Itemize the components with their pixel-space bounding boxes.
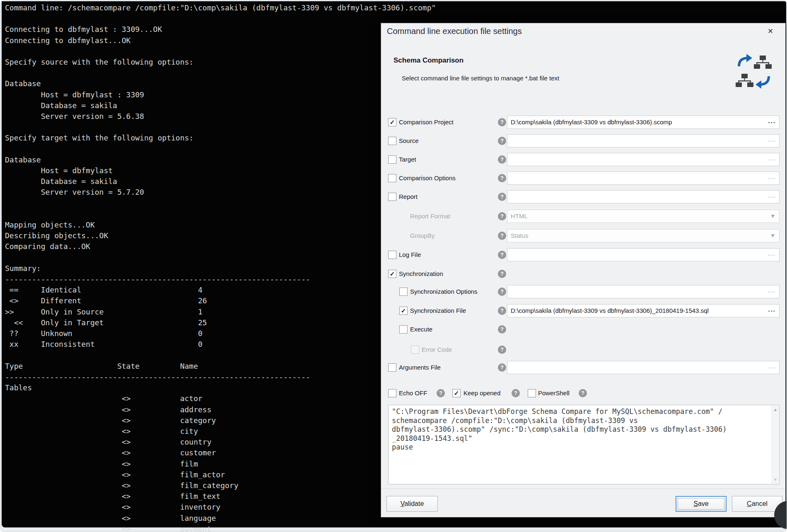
comparison-options-label: Comparison Options <box>399 171 456 185</box>
browse-ellipsis-button[interactable] <box>768 303 776 316</box>
help-icon[interactable]: ? <box>498 193 506 201</box>
report-checkbox[interactable] <box>388 193 396 201</box>
row-execute: Execute ? <box>381 322 785 336</box>
dialog-subtitle: Select command line file settings to man… <box>402 75 559 82</box>
scroll-up-icon[interactable] <box>772 406 779 413</box>
save-button[interactable]: Save <box>676 496 727 512</box>
validate-button[interactable]: Validate <box>386 496 438 512</box>
source-label: Source <box>399 134 419 148</box>
row-comparison-options: Comparison Options ? <box>381 171 785 185</box>
screenshot-frame: Command line: /schemacompare /compfile:"… <box>0 0 787 532</box>
help-icon[interactable]: ? <box>579 389 587 397</box>
execute-checkbox[interactable] <box>399 325 408 334</box>
help-icon[interactable]: ? <box>498 346 506 354</box>
log-file-input[interactable] <box>507 248 780 261</box>
row-synchronization: ✓ Synchronization ? <box>381 267 785 281</box>
help-icon[interactable]: ? <box>498 118 506 126</box>
source-input[interactable] <box>507 134 780 148</box>
keep-opened-checkbox[interactable]: ✓ <box>452 389 461 397</box>
comparison-options-input[interactable] <box>507 172 780 185</box>
log-file-label: Log File <box>399 248 421 262</box>
log-file-checkbox[interactable] <box>388 251 396 259</box>
groupby-value: Status <box>511 230 529 242</box>
synchronization-checkbox[interactable]: ✓ <box>388 270 396 278</box>
error-code-checkbox <box>411 346 419 354</box>
powershell-checkbox[interactable] <box>528 389 536 397</box>
dialog-title: Command line execution file settings <box>387 27 522 36</box>
bat-file-text: "C:\Program Files\Devart\dbForge Schema … <box>389 405 779 454</box>
groupby-label: GroupBy <box>410 229 435 243</box>
keep-opened-label: Keep opened <box>464 386 500 400</box>
report-label: Report <box>399 190 418 204</box>
target-input[interactable] <box>507 153 780 166</box>
help-icon[interactable]: ? <box>498 137 506 145</box>
help-icon[interactable]: ? <box>512 389 520 397</box>
arguments-file-input[interactable] <box>507 361 780 374</box>
chevron-down-icon <box>770 210 775 222</box>
row-error-code: Error Code ? <box>381 343 785 357</box>
synchronization-options-checkbox[interactable] <box>399 288 408 296</box>
target-label: Target <box>399 152 416 167</box>
help-icon[interactable]: ? <box>498 363 506 372</box>
bat-file-text-area[interactable]: "C:\Program Files\Devart\dbForge Schema … <box>388 405 780 484</box>
synchronization-file-checkbox[interactable]: ✓ <box>399 307 408 315</box>
source-checkbox[interactable] <box>388 137 396 145</box>
schema-compare-icon <box>734 52 774 92</box>
synchronization-label: Synchronization <box>399 267 443 281</box>
close-icon[interactable] <box>765 26 776 37</box>
browse-ellipsis-button <box>768 133 776 146</box>
browse-ellipsis-button <box>768 152 776 164</box>
help-icon[interactable]: ? <box>437 389 445 397</box>
synchronization-file-input[interactable]: D:\comp\sakila (dbfmylast-3309 vs dbfmyl… <box>507 304 780 317</box>
help-icon[interactable]: ? <box>498 212 506 220</box>
footer-divider <box>381 488 785 489</box>
comparison-project-input[interactable]: D:\comp\sakila (dbfmylast-3309 vs dbfmyl… <box>507 116 780 129</box>
report-format-dropdown: HTML <box>507 210 780 223</box>
help-icon[interactable]: ? <box>498 325 506 334</box>
help-icon[interactable]: ? <box>498 270 506 278</box>
error-code-label: Error Code <box>422 343 452 357</box>
synchronization-options-label: Synchronization Options <box>410 285 478 299</box>
row-synchronization-options: Synchronization Options ? <box>381 285 785 299</box>
browse-ellipsis-button <box>768 247 776 260</box>
help-icon[interactable]: ? <box>498 232 506 240</box>
row-source: Source ? <box>381 134 785 148</box>
browse-ellipsis-button <box>768 360 776 372</box>
help-icon[interactable]: ? <box>498 251 506 259</box>
row-log-file: Log File ? <box>381 248 785 262</box>
row-arguments-file: Arguments File ? <box>381 360 785 375</box>
scroll-down-icon[interactable] <box>772 476 779 483</box>
synchronization-file-value: D:\comp\sakila (dbfmylast-3309 vs dbfmyl… <box>511 305 709 317</box>
arguments-file-checkbox[interactable] <box>388 363 396 372</box>
chevron-down-icon <box>770 230 775 242</box>
browse-ellipsis-button[interactable] <box>768 115 776 127</box>
browse-ellipsis-button <box>768 284 776 297</box>
echo-off-label: Echo OFF <box>399 386 427 400</box>
synchronization-options-input[interactable] <box>507 285 780 298</box>
comparison-project-label: Comparison Project <box>399 115 454 129</box>
comparison-project-value: D:\comp\sakila (dbfmylast-3309 vs dbfmyl… <box>511 116 672 128</box>
browse-ellipsis-button <box>768 171 776 183</box>
help-icon[interactable]: ? <box>498 307 506 315</box>
scrollbar[interactable] <box>772 406 779 484</box>
row-target: Target ? <box>381 152 785 167</box>
report-input[interactable] <box>507 190 780 203</box>
command-line-settings-dialog: Command line execution file settings Sch… <box>381 23 786 517</box>
schema-comparison-heading: Schema Comparison <box>394 56 464 65</box>
report-format-value: HTML <box>511 210 528 222</box>
comparison-project-checkbox[interactable]: ✓ <box>388 118 396 126</box>
row-synchronization-file: ✓ Synchronization File ? D:\comp\sakila … <box>381 304 785 318</box>
synchronization-file-label: Synchronization File <box>410 304 466 318</box>
arguments-file-label: Arguments File <box>399 360 441 375</box>
target-checkbox[interactable] <box>388 155 396 164</box>
echo-off-checkbox[interactable] <box>388 389 396 397</box>
help-icon[interactable]: ? <box>498 174 506 182</box>
powershell-label: PowerShell <box>538 386 570 400</box>
help-icon[interactable]: ? <box>498 288 506 296</box>
groupby-dropdown: Status <box>507 229 780 242</box>
comparison-options-checkbox[interactable] <box>388 174 396 182</box>
row-comparison-project: ✓ Comparison Project ? D:\comp\sakila (d… <box>381 115 785 129</box>
help-icon[interactable]: ? <box>498 155 506 164</box>
report-format-label: Report Format <box>410 209 450 223</box>
row-groupby: GroupBy ? Status <box>381 229 785 243</box>
